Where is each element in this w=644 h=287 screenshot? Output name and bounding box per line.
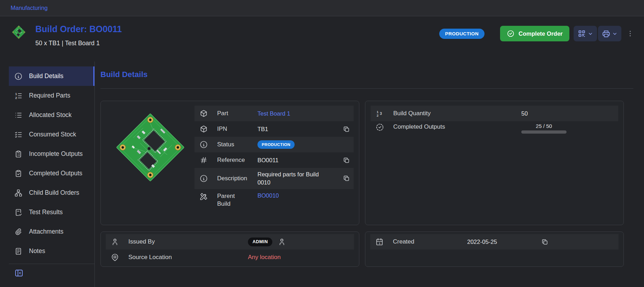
sidebar-item-allocated-stock[interactable]: Allocated Stock <box>9 105 94 125</box>
row-source-location: Source Location Any location <box>106 250 354 265</box>
sidebar-item-build-details[interactable]: Build Details <box>9 66 94 86</box>
sidebar-divider <box>9 264 94 264</box>
sidebar-item-test-results[interactable]: Test Results <box>9 203 94 222</box>
detail-label: Status <box>217 141 248 148</box>
sidebar-item-label: Completed Outputs <box>29 170 82 177</box>
build-order-thumbnail <box>11 24 27 40</box>
part-link[interactable]: Test Board 1 <box>257 110 290 117</box>
sidebar-item-attachments[interactable]: Attachments <box>9 222 94 241</box>
dots-vertical-icon <box>626 30 634 37</box>
page-header: Build Order: BO0011 50 x TB1 | Test Boar… <box>0 16 644 62</box>
list-numbers-icon: 12 <box>14 92 23 100</box>
detail-label: Part <box>217 110 248 117</box>
chevron-down-icon <box>612 31 618 37</box>
quantities-table: 123 Build Quantity 50 Completed Outputs … <box>371 106 618 143</box>
status-badge: PRODUCTION <box>439 29 485 39</box>
copy-icon <box>343 125 350 133</box>
copy-button[interactable] <box>343 125 350 133</box>
svg-text:1: 1 <box>15 92 17 95</box>
more-actions-menu-button[interactable] <box>626 28 635 39</box>
detail-label: Completed Outputs <box>393 123 521 131</box>
breadcrumb-bar: Manufacturing <box>0 0 644 16</box>
row-completed-outputs: Completed Outputs 25 / 50 <box>371 121 618 143</box>
copy-icon <box>343 175 350 182</box>
svg-text:2: 2 <box>377 113 378 117</box>
sidebar-item-label: Incomplete Outputs <box>29 150 83 158</box>
main-panel: Build Details Part Test Board 1 <box>95 62 644 287</box>
issue-table: Issued By ADMIN Source Location Any loca… <box>106 234 354 265</box>
sidebar-item-label: Notes <box>29 247 45 255</box>
parent-build-link[interactable]: BO0010 <box>257 192 279 199</box>
created-value: 2022-05-25 <box>467 239 497 245</box>
copy-button[interactable] <box>541 238 549 246</box>
sidebar-item-completed-outputs[interactable]: Completed Outputs <box>9 164 94 183</box>
complete-order-label: Complete Order <box>518 30 563 37</box>
detail-label: Source Location <box>128 253 248 261</box>
qrcode-icon <box>577 29 586 38</box>
barcode-actions-button[interactable] <box>574 26 597 41</box>
sidebar-collapse-icon <box>14 268 24 278</box>
row-created: 1 Created 2022-05-25 <box>370 234 619 250</box>
test-report-icon <box>14 208 23 217</box>
part-image <box>106 106 195 220</box>
detail-label: Reference <box>217 156 248 164</box>
details-table: Part Test Board 1 IPN TB1 Status <box>195 106 354 220</box>
sidebar-item-consumed-stock[interactable]: Consumed Stock <box>9 125 94 144</box>
collapse-sidebar-button[interactable] <box>14 268 24 278</box>
progress-label: 25 / 50 <box>536 123 552 129</box>
paperclip-icon <box>14 228 23 236</box>
ipn-value: TB1 <box>257 126 268 133</box>
sidebar-item-required-parts[interactable]: 12 Required Parts <box>9 86 94 105</box>
complete-order-button[interactable]: Complete Order <box>500 26 569 41</box>
sidebar-item-child-build-orders[interactable]: Child Build Orders <box>9 183 94 203</box>
description-value: Required parts for Build 0010 <box>257 168 320 189</box>
svg-text:1: 1 <box>379 242 380 245</box>
user-icon <box>111 238 119 246</box>
sidebar-item-label: Required Parts <box>29 92 70 99</box>
detail-label: Description <box>217 175 248 182</box>
svg-text:2: 2 <box>15 96 17 100</box>
row-build-quantity: 123 Build Quantity 50 <box>371 106 618 121</box>
chevron-down-icon <box>587 31 593 37</box>
list-icon <box>14 111 23 119</box>
info-circle-icon <box>14 72 23 81</box>
circle-check-icon <box>507 30 515 37</box>
sitemap-icon <box>14 189 23 197</box>
page-title: Build Order: BO0011 <box>35 24 122 34</box>
quantities-card: 123 Build Quantity 50 Completed Outputs … <box>365 101 624 225</box>
tools-icon <box>199 192 208 201</box>
progress-check-icon <box>376 123 384 131</box>
calendar-icon: 1 <box>375 238 384 246</box>
panel-heading: Build Details <box>100 70 633 79</box>
sidebar: Build Details 12 Required Parts Allocate… <box>9 62 95 287</box>
copy-button[interactable] <box>343 175 350 182</box>
hash-icon <box>199 156 208 164</box>
map-pin-icon <box>111 253 119 262</box>
box-icon <box>199 125 208 133</box>
sidebar-item-notes[interactable]: Notes <box>9 241 94 261</box>
progress-track <box>521 130 567 134</box>
build-quantity-value: 50 <box>521 110 528 117</box>
printer-icon <box>602 29 611 38</box>
breadcrumb-manufacturing-link[interactable]: Manufacturing <box>11 5 48 11</box>
clipboard-list-icon <box>14 150 23 158</box>
detail-label: IPN <box>217 125 248 133</box>
info-circle-icon <box>199 140 208 149</box>
copy-button[interactable] <box>343 157 350 164</box>
completed-outputs-progress: 25 / 50 <box>521 123 567 134</box>
sidebar-item-incomplete-outputs[interactable]: Incomplete Outputs <box>9 144 94 164</box>
sidebar-item-label: Child Build Orders <box>29 189 79 197</box>
admin-badge: ADMIN <box>248 238 272 246</box>
detail-row-status: Status PRODUCTION <box>195 137 354 152</box>
sidebar-item-label: Build Details <box>29 72 63 80</box>
print-actions-button[interactable] <box>598 26 621 41</box>
sidebar-item-label: Allocated Stock <box>29 111 72 119</box>
detail-row-reference: Reference BO0011 <box>195 152 354 168</box>
copy-icon <box>541 238 549 246</box>
detail-label: Created <box>393 238 467 246</box>
created-table: 1 Created 2022-05-25 <box>370 234 619 250</box>
user-icon <box>278 238 286 246</box>
sidebar-item-label: Attachments <box>29 228 63 235</box>
status-badge: PRODUCTION <box>257 140 295 149</box>
svg-text:3: 3 <box>380 111 382 116</box>
